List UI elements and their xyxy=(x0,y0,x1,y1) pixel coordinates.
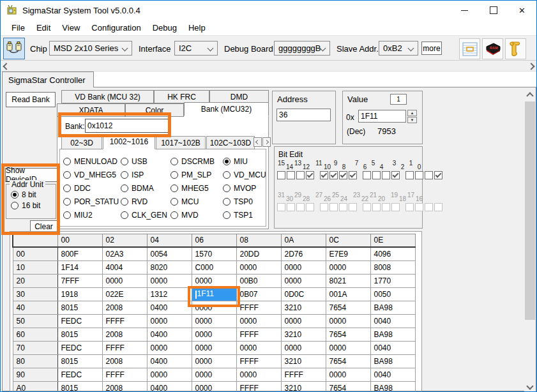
cell-60-06[interactable]: 0000 xyxy=(192,328,236,341)
cell-90-0a[interactable]: FFFF xyxy=(281,368,326,381)
cell-90-00[interactable]: FEDC xyxy=(57,368,102,381)
scrollbar-thumb[interactable] xyxy=(525,102,535,320)
cell-80-0a[interactable]: 3210 xyxy=(281,354,326,368)
cell-30-04[interactable]: 1312 xyxy=(147,287,192,301)
cell-20-0a[interactable]: 0000 xyxy=(281,274,326,287)
cell-60-00[interactable]: 8015 xyxy=(57,328,102,341)
cell-80-08[interactable]: FFFF xyxy=(236,354,281,368)
cell-90-0c[interactable]: 0000 xyxy=(326,368,370,381)
cell-00-0e[interactable]: 4096 xyxy=(370,247,415,260)
cell-20-06[interactable]: 0000 xyxy=(192,274,236,287)
spinner-up-icon[interactable]: ▲ xyxy=(407,110,417,116)
cell-10-06[interactable]: C000 xyxy=(192,260,236,274)
radio-miu[interactable]: MIU xyxy=(223,155,268,168)
cell-10-00[interactable]: 1F14 xyxy=(57,260,102,274)
cell-40-0c[interactable]: 7654 xyxy=(326,301,370,314)
maximize-button[interactable] xyxy=(479,1,508,20)
cell-20-00[interactable]: 7FFF xyxy=(57,274,102,287)
cell-90-06[interactable]: 0000 xyxy=(192,368,236,381)
radio-vd-mheg5[interactable]: VD_MHEG5 xyxy=(63,168,121,181)
cell-80-0c[interactable]: 7654 xyxy=(326,354,370,368)
close-button[interactable]: ✕ xyxy=(508,1,536,20)
cell-00-08[interactable]: 20DD xyxy=(236,247,281,260)
radio-mheg5[interactable]: MHEG5 xyxy=(170,181,223,195)
cell-70-02[interactable]: FFFF xyxy=(102,341,147,354)
radio-tsp0[interactable]: TSP0 xyxy=(223,195,268,208)
cell-a0-0e[interactable]: BA98 xyxy=(370,381,415,391)
cell-40-0e[interactable]: BA98 xyxy=(370,301,415,314)
cell-30-08[interactable]: 0B07 xyxy=(236,287,281,301)
bit-checkbox-13[interactable] xyxy=(296,171,305,179)
cell-40-00[interactable]: 8015 xyxy=(57,301,102,314)
cell-a0-0a[interactable]: 3210 xyxy=(281,381,326,391)
minimize-button[interactable] xyxy=(450,1,479,20)
cell-20-02[interactable]: 0000 xyxy=(102,274,147,287)
cell-30-06[interactable]: 1F11 xyxy=(192,287,236,301)
bank-tab-vd-bank-mcu-32[interactable]: VD Bank (MCU 32) xyxy=(61,90,154,103)
cell-50-02[interactable]: FFFF xyxy=(102,314,147,328)
radio-mvd[interactable]: MVD xyxy=(170,208,223,222)
radio-rvd[interactable]: RVD xyxy=(121,195,170,208)
bit-checkbox-14[interactable] xyxy=(287,171,295,179)
cell-a0-04[interactable]: 0400 xyxy=(147,381,192,391)
radio-clk-gen[interactable]: CLK_GEN xyxy=(121,208,170,222)
scroll-right-button[interactable] xyxy=(526,61,536,72)
cell-a0-00[interactable]: 8015 xyxy=(57,381,102,391)
scroll-down-button[interactable] xyxy=(524,381,536,391)
cell-20-0c[interactable]: 8021 xyxy=(326,274,370,287)
radio-tsp1[interactable]: TSP1 xyxy=(223,208,268,222)
menu-item-view[interactable]: View xyxy=(56,21,86,34)
cell-80-02[interactable]: 2008 xyxy=(102,354,147,368)
cell-70-0e[interactable]: 0040 xyxy=(370,341,415,354)
cell-30-0c[interactable]: 001A xyxy=(326,287,370,301)
bit-checkbox-2[interactable] xyxy=(415,171,423,179)
value-count-input[interactable] xyxy=(390,94,407,105)
radio-dscrmb[interactable]: DSCRMB xyxy=(170,155,223,168)
range-tab-scroll-right-button[interactable] xyxy=(262,137,271,147)
cell-30-02[interactable]: 022E xyxy=(102,287,147,301)
range-tab-102c-103d[interactable]: 102C~103D xyxy=(206,136,255,149)
bit-checkbox-11[interactable] xyxy=(320,171,328,179)
cell-00-06[interactable]: 1570 xyxy=(192,247,236,260)
cell-60-0c[interactable]: 7654 xyxy=(326,328,370,341)
slave-addr-select[interactable]: 0xB2 xyxy=(379,41,418,56)
radio-bdma[interactable]: BDMA xyxy=(121,181,170,195)
cell-80-06[interactable]: 0000 xyxy=(192,354,236,368)
cell-70-0a[interactable]: 0000 xyxy=(281,341,326,354)
cell-70-0c[interactable]: 0000 xyxy=(326,341,370,354)
bank-tab-xdata[interactable]: XDATA xyxy=(57,103,125,117)
cell-10-0e[interactable]: 8008 xyxy=(370,260,415,274)
radio-ddc[interactable]: DDC xyxy=(63,181,121,195)
bank-tab-dmd[interactable]: DMD xyxy=(209,90,269,103)
cell-40-0a[interactable]: 3210 xyxy=(281,301,326,314)
cell-a0-08[interactable]: FFFF xyxy=(236,381,281,391)
cell-40-04[interactable]: 0400 xyxy=(147,301,192,314)
cell-a0-0c[interactable]: 7654 xyxy=(326,381,370,391)
cell-90-08[interactable]: 0000 xyxy=(236,368,281,381)
bit-checkbox-7[interactable] xyxy=(363,171,371,179)
radio-menuload[interactable]: MENULOAD xyxy=(63,155,121,168)
cell-10-04[interactable]: 8020 xyxy=(147,260,192,274)
cell-00-00[interactable]: 800F xyxy=(57,247,102,260)
cell-10-0a[interactable]: 0000 xyxy=(281,260,326,274)
bank-tab-bank-mcu32[interactable]: Bank (MCU32) xyxy=(184,102,269,116)
range-tab-scroll-left-button[interactable] xyxy=(253,137,262,147)
cell-30-0a[interactable]: 0D0C xyxy=(281,287,326,301)
menu-item-configuration[interactable]: Configuration xyxy=(86,21,146,34)
bit-checkbox-1[interactable] xyxy=(425,171,433,179)
bit-checkbox-15[interactable] xyxy=(277,171,285,179)
ram-button[interactable]: RAM xyxy=(482,38,503,59)
bit-checkbox-4[interactable] xyxy=(391,171,400,179)
cell-60-08[interactable]: FFFF xyxy=(236,328,281,341)
cell-70-06[interactable]: 0000 xyxy=(192,341,236,354)
read-bank-button[interactable]: Read Bank xyxy=(6,92,56,107)
scroll-left-button[interactable] xyxy=(1,61,11,72)
cell-80-04[interactable]: 0400 xyxy=(147,354,192,368)
menu-item-debug[interactable]: Debug xyxy=(147,21,183,34)
bit-checkbox-0[interactable] xyxy=(434,171,442,179)
cell-50-06[interactable]: 0000 xyxy=(192,314,236,328)
radio-usb[interactable]: USB xyxy=(121,155,170,168)
bit-checkbox-5[interactable] xyxy=(382,171,390,179)
debug-board-select[interactable]: ggggggggB xyxy=(274,41,330,56)
cell-80-00[interactable]: 8015 xyxy=(57,354,102,368)
